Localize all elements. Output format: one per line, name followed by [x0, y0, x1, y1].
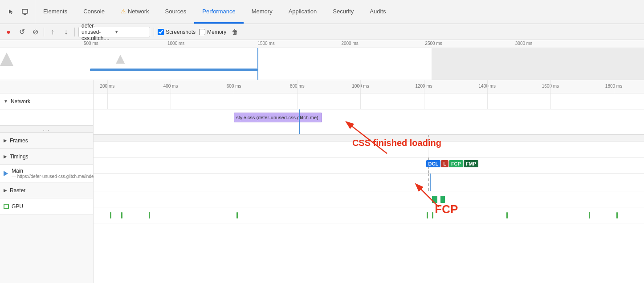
frames-label: Frames — [10, 137, 28, 144]
sidebar-item-gpu[interactable]: GPU — [0, 198, 93, 214]
net-request-label: style.css (defer-unused-css.glitch.me) — [236, 115, 318, 120]
net-item-row: style.css (defer-unused-css.glitch.me) — [94, 109, 644, 134]
record-button[interactable]: ● — [4, 27, 13, 37]
overview-net-bar — [90, 69, 257, 71]
gpu-row — [94, 207, 644, 223]
frames-row — [94, 142, 644, 158]
grid-line — [234, 93, 234, 109]
clear-button[interactable]: ⊘ — [30, 27, 40, 37]
ruler-label: 2500 ms — [425, 41, 442, 46]
raster-bar — [440, 196, 445, 203]
net-request-bar[interactable]: style.css (defer-unused-css.glitch.me) — [234, 113, 322, 122]
main-row — [94, 174, 644, 191]
net-item-left — [0, 109, 93, 125]
device-icon[interactable] — [20, 7, 30, 17]
sidebar-item-frames[interactable]: ▶ Frames — [0, 133, 93, 149]
svg-rect-0 — [22, 9, 28, 13]
raster-bar — [432, 196, 437, 203]
delete-button[interactable]: 🗑 — [230, 27, 240, 37]
raster-row — [94, 191, 644, 207]
dashed-vline — [428, 135, 429, 141]
play-icon — [4, 171, 8, 176]
tab-elements[interactable]: Elements — [35, 0, 75, 24]
grid-line — [107, 80, 108, 93]
tab-memory[interactable]: Memory — [244, 0, 281, 24]
overview-vline — [257, 48, 258, 80]
sidebar-item-main[interactable]: Main — https://defer-unused-css.glitch.m… — [0, 165, 93, 182]
toolbar: ● ↺ ⊘ ↑ ↓ defer-unused-css.glitch.... ▼ … — [0, 24, 644, 40]
tab-label: Console — [83, 8, 105, 15]
timeline-grid: 200 ms 400 ms 600 ms 800 ms 1000 ms 1200… — [94, 80, 644, 283]
tab-security[interactable]: Security — [325, 0, 362, 24]
screenshots-label: Screenshots — [166, 29, 196, 35]
grid-line — [424, 93, 424, 109]
grid-line — [428, 142, 428, 157]
gpu-bar — [121, 212, 122, 218]
timings-row: DCL L FCP FMP — [94, 158, 644, 174]
reload-button[interactable]: ↺ — [17, 27, 27, 37]
gpu-bar — [589, 212, 590, 218]
badge-fmp[interactable]: FMP — [464, 160, 478, 167]
tab-console[interactable]: Console — [75, 0, 113, 24]
gpu-bar — [149, 212, 150, 218]
expand-arrow-icon: ▶ — [4, 138, 7, 143]
separator — [154, 28, 154, 36]
dots-row: ... — [94, 134, 644, 142]
sidebar-item-timings[interactable]: ▶ Timings — [0, 149, 93, 165]
overview-panel: 500 ms 1000 ms 1500 ms 2000 ms 2500 ms 3… — [0, 40, 644, 80]
sidebar-item-network[interactable]: ▼ Network — [0, 93, 93, 109]
tab-bar: Elements Console ⚠ Network Sources Perfo… — [0, 0, 644, 24]
mini-activity — [116, 55, 125, 64]
overview-content — [0, 48, 644, 80]
grid-line — [171, 93, 171, 109]
separator — [74, 28, 75, 36]
gpu-label: GPU — [12, 203, 23, 210]
badge-dcl[interactable]: DCL — [426, 160, 441, 167]
tab-audits[interactable]: Audits — [362, 0, 394, 24]
timings-label: Timings — [10, 154, 29, 160]
warning-icon: ⚠ — [121, 8, 126, 15]
gpu-bar — [506, 212, 508, 218]
collapse-arrow-icon: ▼ — [4, 99, 8, 104]
badge-l[interactable]: L — [441, 160, 448, 167]
svg-rect-1 — [24, 14, 26, 15]
badge-fcp[interactable]: FCP — [449, 160, 463, 167]
tab-label: Performance — [202, 8, 235, 15]
devtools-icons — [2, 0, 35, 24]
network-label: Network — [11, 98, 30, 105]
ruler-label: 1000 ms — [167, 41, 184, 46]
tab-network[interactable]: ⚠ Network — [113, 0, 157, 24]
grid-line — [614, 93, 614, 109]
memory-checkbox-group[interactable]: Memory — [199, 29, 226, 35]
ruler-label: 3000 ms — [515, 41, 532, 46]
sidebar-item-raster[interactable]: ▶ Raster — [0, 182, 93, 198]
memory-label: Memory — [207, 29, 226, 35]
grid-line — [487, 93, 488, 109]
gpu-bar — [236, 212, 238, 218]
detail-panel: ▼ Network ... ▶ Frames ▶ Timings Main — [0, 80, 644, 283]
timeline-rows: style.css (defer-unused-css.glitch.me) .… — [94, 93, 644, 223]
cursor-icon[interactable] — [6, 7, 17, 17]
tab-label: Network — [128, 8, 149, 15]
network-section-row — [94, 93, 644, 109]
tab-sources[interactable]: Sources — [157, 0, 195, 24]
profile-select-value: defer-unused-css.glitch.... — [82, 23, 114, 41]
main-vline — [430, 174, 431, 191]
upload-button[interactable]: ↑ — [48, 27, 57, 37]
grid-line — [234, 80, 234, 93]
grid-line — [297, 80, 298, 93]
gpu-bar — [616, 212, 618, 218]
main-row-content: Main — https://defer-unused-css.glitch.m… — [12, 168, 98, 179]
tab-performance[interactable]: Performance — [194, 0, 243, 24]
grid-line — [107, 93, 108, 109]
screenshots-checkbox-group[interactable]: Screenshots — [158, 29, 196, 35]
tab-application[interactable]: Application — [281, 0, 325, 24]
memory-checkbox[interactable] — [199, 29, 205, 35]
dots-separator: ... — [0, 125, 93, 133]
profile-select[interactable]: defer-unused-css.glitch.... ▼ — [78, 27, 150, 37]
screenshots-checkbox[interactable] — [158, 29, 164, 35]
grid-line — [297, 93, 298, 109]
download-button[interactable]: ↓ — [61, 27, 71, 37]
gpu-icon — [4, 204, 9, 209]
grid-line — [550, 93, 551, 109]
